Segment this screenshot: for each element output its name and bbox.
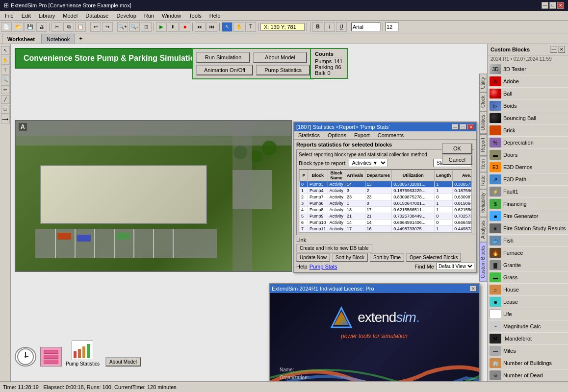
edge-tab-report[interactable]: Report	[479, 134, 487, 156]
left-tool-hand[interactable]: ✋	[1, 56, 10, 65]
stats-minimize-button[interactable]: —	[452, 124, 459, 130]
sidebar-item-num-dead[interactable]: ☠Number of Dead	[488, 369, 568, 381]
menu-database[interactable]: Database	[81, 12, 112, 20]
edge-tab-item[interactable]: Item	[479, 156, 487, 172]
select-button[interactable]: ↖	[222, 22, 232, 32]
sidebar-item-life[interactable]: Life	[488, 308, 568, 320]
open-button[interactable]: 📂	[13, 22, 24, 32]
rsb-minimize-button[interactable]: —	[550, 46, 557, 53]
left-tool-rect[interactable]: □	[1, 105, 10, 114]
stats-cancel-button[interactable]: Cancel	[442, 154, 472, 165]
save-button[interactable]: 💾	[25, 22, 35, 32]
splash-close-button[interactable]: ✕	[470, 286, 477, 292]
sidebar-item-granite[interactable]: ▓Granite	[488, 259, 568, 271]
table-row[interactable]: 8Pump12Activity14130.4045557425...10.404…	[300, 232, 472, 233]
left-tool-text[interactable]: T	[1, 66, 10, 74]
table-row[interactable]: 1Pump4Activity320.1875963229...10.187596…	[300, 188, 472, 194]
edge-tab-analysis[interactable]: Analysis	[479, 217, 487, 242]
sidebar-list[interactable]: 3D3D TesterAAdobeBall▷BoidsBouncing Ball…	[488, 63, 568, 381]
edge-tab-utility[interactable]: Utility	[479, 74, 487, 92]
sidebar-item-lease[interactable]: ■Lease	[488, 296, 568, 308]
menu-model[interactable]: Model	[59, 12, 81, 20]
sidebar-item-mandelbrot[interactable]: M.Mandelbrot	[488, 333, 568, 345]
sidebar-item-miles[interactable]: —Miles	[488, 345, 568, 357]
animation-button[interactable]: Animation On/Off	[196, 65, 253, 75]
menu-edit[interactable]: Edit	[18, 12, 35, 20]
sidebar-item-magnitude[interactable]: ~Magnitude Calc	[488, 320, 568, 333]
sidebar-item-grass[interactable]: ▬Grass	[488, 271, 568, 284]
tab-add-button[interactable]: +	[76, 34, 85, 44]
left-tool-line[interactable]: ╱	[1, 95, 10, 104]
sidebar-item-bouncing-ball[interactable]: Bouncing Ball	[488, 112, 568, 124]
table-row[interactable]: 7Pump11Activity17160.4498733075...10.449…	[300, 226, 472, 232]
sidebar-item-house[interactable]: ⌂House	[488, 284, 568, 296]
sidebar-item-adobe[interactable]: AAdobe	[488, 75, 568, 88]
sidebar-item-e3d-demos[interactable]: E3E3D Demos	[488, 161, 568, 173]
zoom-in-button[interactable]: 🔍+	[117, 22, 128, 32]
run-simulation-button[interactable]: Run Simulation	[196, 52, 250, 63]
left-tool-draw[interactable]: ✏	[1, 85, 10, 94]
table-row[interactable]: 5Pump9Activity21210.7025738449...00.7025…	[300, 213, 472, 220]
font-name-input[interactable]	[351, 23, 381, 31]
minimize-button[interactable]: —	[542, 2, 548, 9]
bold-button[interactable]: B	[312, 22, 323, 32]
reset-button[interactable]: ⏮	[207, 22, 217, 32]
zoom-out-button[interactable]: 🔍-	[129, 22, 140, 32]
table-row[interactable]: 3Pump6Activity100.0150647001...10.015064…	[300, 200, 472, 207]
sidebar-item-fish[interactable]: 🐟Fish	[488, 235, 568, 247]
menu-tools[interactable]: Tools	[185, 12, 206, 20]
edge-tab-clock[interactable]: Clock	[479, 92, 487, 111]
menu-develop[interactable]: Develop	[112, 12, 140, 20]
menu-library[interactable]: Library	[35, 12, 59, 20]
sidebar-item-fault1[interactable]: ⚡Fault1	[488, 186, 568, 198]
print-button[interactable]: 🖨	[36, 22, 47, 32]
stats-maximize-button[interactable]: □	[460, 124, 466, 130]
menu-help[interactable]: Help	[206, 12, 225, 20]
run-button[interactable]: ▶	[156, 22, 167, 32]
stats-ok-button[interactable]: OK	[442, 143, 472, 154]
table-row[interactable]: 2Pump7Activity23230.8309875278...00.6309…	[300, 194, 472, 200]
rsb-close-button[interactable]: ✕	[558, 46, 565, 53]
update-now-button[interactable]: Update Now	[296, 253, 330, 262]
step-button[interactable]: ⏭	[195, 22, 206, 32]
table-row[interactable]: 0Pump3Activity14130.3885732881...10.3885…	[300, 181, 472, 188]
sidebar-item-e3d-path[interactable]: ↗E3D Path	[488, 173, 568, 186]
edge-tab-reliability[interactable]: Reliability	[479, 189, 487, 217]
sidebar-item-depreciation[interactable]: %Depreciation	[488, 137, 568, 149]
sidebar-item-fire-generator[interactable]: ■Fire Generator	[488, 210, 568, 222]
menu-file[interactable]: File	[1, 12, 18, 20]
create-link-button[interactable]: Create and link to new DB table	[296, 244, 372, 252]
stats-menu-comments[interactable]: Comments	[374, 131, 408, 139]
sidebar-item-brick[interactable]: Brick	[488, 124, 568, 137]
hand-button[interactable]: ✋	[233, 22, 244, 32]
open-selected-button[interactable]: Open Selected Blocks	[406, 253, 461, 262]
table-row[interactable]: 6Pump10Activity14140.6664591406...00.666…	[300, 220, 472, 226]
stats-menu-export[interactable]: Export	[350, 131, 374, 139]
font-size-input[interactable]	[385, 23, 399, 31]
sort-by-block-button[interactable]: Sort by Block	[332, 253, 368, 262]
stats-close-button[interactable]: ✕	[467, 124, 474, 130]
stats-menu-statistics[interactable]: Statistics	[294, 131, 324, 139]
sidebar-item-financing[interactable]: $Financing	[488, 198, 568, 210]
menu-window[interactable]: Window	[158, 12, 185, 20]
left-tool-arrow[interactable]: ↖	[1, 46, 10, 55]
stats-view-select[interactable]: Default View	[436, 263, 474, 270]
sort-by-time-button[interactable]: Sort by Time	[370, 253, 404, 262]
stats-table-container[interactable]: # Block Block Name Arrivals Departures U…	[299, 169, 472, 233]
sidebar-item-boids[interactable]: ▷Boids	[488, 100, 568, 112]
about-model-button[interactable]: About Model	[253, 52, 307, 63]
sidebar-item-ball[interactable]: Ball	[488, 88, 568, 100]
menu-run[interactable]: Run	[140, 12, 158, 20]
text-button[interactable]: T	[245, 22, 256, 32]
undo-button[interactable]: ↩	[90, 22, 101, 32]
block-type-select[interactable]: Activities ▼	[349, 159, 387, 167]
edge-tab-rate[interactable]: Rate	[479, 172, 487, 189]
pause-button[interactable]: ⏸	[168, 22, 179, 32]
sidebar-item-3d-tester[interactable]: 3D3D Tester	[488, 63, 568, 75]
about-model-icon-button[interactable]: About Model	[105, 357, 141, 367]
sidebar-item-furnace[interactable]: 🔥Furnace	[488, 247, 568, 259]
zoom-fit-button[interactable]: ⊡	[141, 22, 152, 32]
sidebar-item-doors[interactable]: ▬Doors	[488, 149, 568, 161]
new-button[interactable]: 📄	[1, 22, 12, 32]
cut-button[interactable]: ✂	[52, 22, 62, 32]
